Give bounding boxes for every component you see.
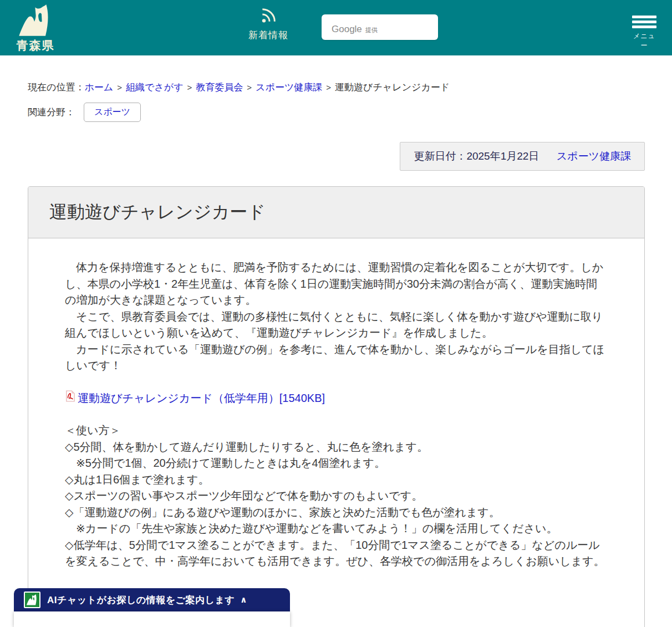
whatsnew-label: 新着情報 — [243, 29, 294, 42]
page-title: 運動遊びチャレンジカード — [49, 200, 628, 225]
site-header: 青森県 新着情報 Google提供 メニュー — [0, 0, 672, 55]
pdf-link[interactable]: 運動遊びチャレンジカード（低学年用）[1540KB] — [78, 390, 325, 407]
breadcrumb: 現在の位置：ホーム>組織でさがす>教育委員会>スポーツ健康課>運動遊びチャレンジ… — [28, 81, 645, 94]
rss-icon — [259, 17, 277, 26]
usage-heading: ＜使い方＞ — [65, 422, 608, 439]
pdf-icon — [65, 390, 75, 407]
breadcrumb-separator: > — [326, 83, 331, 92]
breadcrumb-link-board-of-education[interactable]: 教育委員会 — [196, 82, 243, 93]
update-info-box: 更新日付：2025年1月22日 スポーツ健康課 — [400, 142, 645, 171]
ai-chat-widget: AIチャットがお探しの情報をご案内します ∧ — [14, 588, 290, 627]
menu-label: メニュー — [632, 32, 657, 50]
pdf-link-row: 運動遊びチャレンジカード（低学年用）[1540KB] — [65, 390, 608, 407]
breadcrumb-current: 運動遊びチャレンジカード — [335, 82, 450, 93]
intro-paragraph: カードに示されている「運動遊びの例」を参考に、進んで体を動かし、楽しみながらゴー… — [65, 341, 608, 374]
breadcrumb-separator: > — [247, 83, 252, 92]
ai-chat-panel — [14, 611, 290, 627]
article-card: 運動遊びチャレンジカード 体力を保持増進するとともに、肥満を予防するためには、運… — [28, 186, 645, 627]
usage-line: ※カードの「先生や家族と決めた遊びや運動などを書いてみよう！」の欄を活用してくだ… — [65, 521, 608, 537]
brand-logo[interactable]: 青森県 — [12, 4, 59, 53]
related-fields-label: 関連分野： — [28, 106, 75, 119]
article-body: 体力を保持増進するとともに、肥満を予防するためには、運動習慣の定着化を図ることが… — [28, 238, 644, 627]
related-fields-row: 関連分野： スポーツ — [28, 103, 645, 122]
intro-paragraph: 体力を保持増進するとともに、肥満を予防するためには、運動習慣の定着化を図ることが… — [65, 259, 608, 309]
department-link[interactable]: スポーツ健康課 — [557, 150, 631, 162]
article-header: 運動遊びチャレンジカード — [28, 187, 644, 238]
usage-line: ◇「運動遊びの例」にある遊びや運動のほかに、家族と決めた活動でも色が塗れます。 — [65, 504, 608, 521]
related-tag-sports[interactable]: スポーツ — [84, 103, 141, 122]
chevron-up-icon: ∧ — [240, 595, 247, 605]
intro-paragraph: そこで、県教育委員会では、運動の多様性に気付くとともに、気軽に楽しく体を動かす遊… — [65, 309, 608, 341]
ai-chat-logo-icon — [24, 592, 40, 608]
ai-chat-label: AIチャットがお探しの情報をご案内します — [47, 594, 235, 606]
aomori-logo-icon — [17, 29, 54, 38]
search-input[interactable]: Google提供 — [322, 14, 438, 40]
breadcrumb-link-home[interactable]: ホーム — [84, 82, 113, 93]
breadcrumb-link-organizations[interactable]: 組織でさがす — [126, 82, 184, 93]
usage-line: ◇スポーツの習い事やスポーツ少年団などで体を動かすのもよいです。 — [65, 488, 608, 504]
brand-label: 青森県 — [12, 38, 59, 53]
main-content: 現在の位置：ホーム>組織でさがす>教育委員会>スポーツ健康課>運動遊びチャレンジ… — [28, 81, 645, 627]
breadcrumb-prefix: 現在の位置： — [28, 82, 84, 93]
ai-chat-banner[interactable]: AIチャットがお探しの情報をご案内します ∧ — [14, 588, 290, 611]
note-paragraph: ◇低学年は、5分間で1マス塗ることができます。また、「10分間で1マス塗ることが… — [65, 537, 608, 570]
breadcrumb-separator: > — [187, 83, 192, 92]
menu-button[interactable]: メニュー — [632, 16, 657, 50]
whatsnew-link[interactable]: 新着情報 — [243, 7, 294, 42]
usage-line: ◇5分間、体を動かして遊んだり運動したりすると、丸に色を塗れます。 — [65, 439, 608, 456]
breadcrumb-link-sports-health-division[interactable]: スポーツ健康課 — [256, 82, 322, 93]
breadcrumb-separator: > — [117, 83, 122, 92]
hamburger-icon — [632, 16, 657, 28]
google-watermark: Google提供 — [332, 24, 378, 35]
usage-line: ◇丸は1日6個まで塗れます。 — [65, 472, 608, 488]
usage-line: ※5分間で1個、20分続けて運動したときは丸を4個塗れます。 — [65, 455, 608, 472]
update-date: 更新日付：2025年1月22日 — [414, 150, 539, 162]
